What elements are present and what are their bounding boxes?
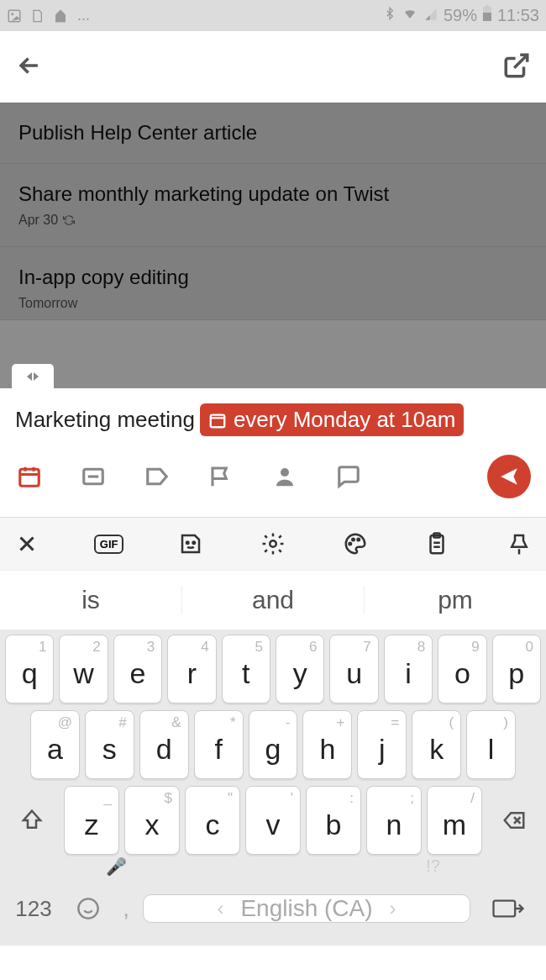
key-i[interactable]: 8i bbox=[384, 635, 433, 703]
punct-hint: !? bbox=[426, 856, 440, 877]
schedule-chip[interactable]: every Monday at 10am bbox=[200, 403, 464, 436]
settings-button[interactable] bbox=[258, 529, 288, 559]
caret-right-icon bbox=[34, 372, 39, 381]
battery-percent: 59% bbox=[444, 6, 477, 25]
label-button[interactable] bbox=[143, 462, 171, 491]
due-date-button[interactable] bbox=[15, 462, 44, 491]
enter-icon bbox=[491, 897, 525, 920]
cloud-icon bbox=[52, 8, 69, 24]
chevron-right-icon: › bbox=[390, 897, 396, 920]
key-z[interactable]: _z bbox=[64, 786, 119, 855]
key-s[interactable]: #s bbox=[85, 710, 134, 779]
enter-key[interactable] bbox=[479, 883, 538, 935]
suggestion[interactable]: and bbox=[182, 586, 365, 614]
key-w[interactable]: 2w bbox=[59, 635, 108, 703]
person-icon bbox=[272, 464, 297, 489]
key-b[interactable]: :b bbox=[306, 786, 361, 855]
backspace-key[interactable] bbox=[487, 786, 541, 855]
wifi-icon bbox=[402, 6, 418, 25]
task-date: Tomorrow bbox=[18, 296, 528, 311]
chip-label: every Monday at 10am bbox=[234, 407, 455, 433]
key-v[interactable]: 'v bbox=[245, 786, 301, 855]
shift-icon bbox=[19, 808, 45, 833]
key-d[interactable]: &d bbox=[139, 710, 189, 779]
calendar-icon bbox=[17, 464, 42, 489]
back-button[interactable] bbox=[15, 51, 44, 83]
gear-icon bbox=[260, 531, 286, 556]
key-y[interactable]: 6y bbox=[276, 635, 324, 703]
backspace-icon bbox=[500, 808, 528, 833]
repeat-icon bbox=[63, 214, 75, 226]
svg-point-1 bbox=[11, 13, 13, 15]
key-n[interactable]: ;n bbox=[366, 786, 422, 855]
arrow-left-icon bbox=[15, 51, 44, 80]
space-label: English (CA) bbox=[240, 895, 372, 922]
key-c[interactable]: "c bbox=[185, 786, 240, 855]
key-k[interactable]: (k bbox=[412, 710, 461, 779]
send-icon bbox=[498, 466, 520, 487]
pin-icon bbox=[507, 531, 532, 556]
clipboard-button[interactable] bbox=[422, 529, 452, 559]
comma-key[interactable]: , bbox=[118, 883, 134, 935]
svg-point-14 bbox=[357, 539, 360, 541]
numbers-key[interactable]: 123 bbox=[8, 883, 59, 935]
clock: 11:53 bbox=[497, 6, 539, 25]
suggestion[interactable]: pm bbox=[365, 586, 546, 614]
svg-rect-5 bbox=[211, 414, 225, 427]
comment-icon bbox=[336, 464, 361, 489]
drag-handle[interactable] bbox=[12, 364, 54, 388]
key-g[interactable]: -g bbox=[249, 710, 298, 779]
svg-rect-18 bbox=[494, 901, 516, 917]
close-keyboard-button[interactable] bbox=[12, 529, 42, 559]
key-r[interactable]: 4r bbox=[167, 635, 216, 703]
calendar-icon bbox=[208, 411, 227, 429]
task-input[interactable]: Marketing meeting every Monday at 10am bbox=[15, 403, 531, 436]
space-key[interactable]: ‹ English (CA) › bbox=[143, 894, 470, 923]
key-p[interactable]: 0p bbox=[492, 635, 541, 703]
assignee-button[interactable] bbox=[270, 462, 299, 491]
key-o[interactable]: 9o bbox=[438, 635, 486, 703]
keyboard: 1q2w3e4r5t6y7u8i9o0p @a#s&d*f-g+h=j(k)l … bbox=[0, 630, 546, 946]
shift-key[interactable] bbox=[5, 786, 59, 855]
task-item[interactable]: Share monthly marketing update on Twist … bbox=[0, 164, 546, 247]
key-f[interactable]: *f bbox=[194, 710, 244, 779]
key-l[interactable]: )l bbox=[466, 710, 516, 779]
caret-left-icon bbox=[27, 372, 32, 381]
emoji-key[interactable] bbox=[67, 883, 109, 935]
task-title: Share monthly marketing update on Twist bbox=[18, 182, 528, 206]
task-composer: Marketing meeting every Monday at 10am bbox=[0, 388, 546, 517]
svg-point-13 bbox=[352, 539, 354, 541]
priority-button[interactable] bbox=[207, 462, 235, 491]
signal-icon bbox=[423, 6, 438, 25]
key-h[interactable]: +h bbox=[302, 710, 352, 779]
key-e[interactable]: 3e bbox=[113, 635, 162, 703]
theme-button[interactable] bbox=[340, 529, 370, 559]
mic-icon: 🎤 bbox=[106, 856, 127, 877]
task-item[interactable]: Publish Help Center article bbox=[0, 103, 546, 164]
battery-icon bbox=[482, 5, 492, 26]
sticker-button[interactable] bbox=[176, 529, 206, 559]
task-input-text: Marketing meeting bbox=[15, 407, 195, 433]
key-x[interactable]: $x bbox=[124, 786, 180, 855]
more-indicator: ... bbox=[77, 7, 90, 24]
open-external-button[interactable] bbox=[502, 51, 531, 83]
status-bar: ... 59% 11:53 bbox=[0, 0, 546, 31]
key-t[interactable]: 5t bbox=[222, 635, 270, 703]
key-u[interactable]: 7u bbox=[329, 635, 378, 703]
key-a[interactable]: @a bbox=[30, 710, 80, 779]
task-date: Apr 30 bbox=[18, 213, 528, 228]
pin-button[interactable] bbox=[504, 529, 534, 559]
gif-button[interactable]: GIF bbox=[94, 529, 124, 559]
comment-button[interactable] bbox=[334, 462, 363, 491]
key-q[interactable]: 1q bbox=[5, 635, 54, 703]
suggestion[interactable]: is bbox=[0, 586, 182, 614]
key-m[interactable]: /m bbox=[427, 786, 482, 855]
svg-point-9 bbox=[186, 542, 189, 545]
clipboard-icon bbox=[424, 531, 449, 556]
key-j[interactable]: =j bbox=[357, 710, 407, 779]
svg-point-17 bbox=[78, 898, 97, 918]
send-button[interactable] bbox=[487, 455, 531, 498]
external-link-icon bbox=[502, 51, 531, 80]
task-item[interactable]: In-app copy editing Tomorrow bbox=[0, 247, 546, 320]
project-button[interactable] bbox=[79, 462, 108, 491]
